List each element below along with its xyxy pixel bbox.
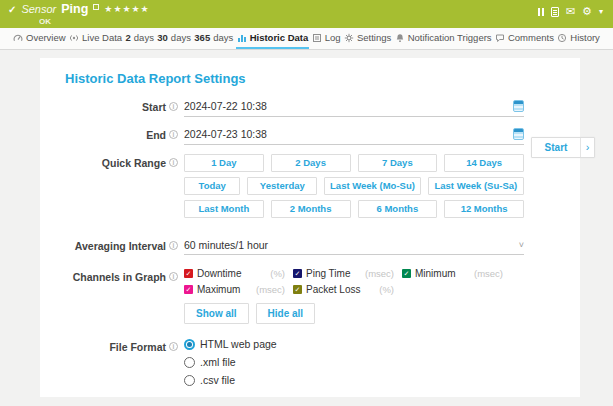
- tab-label: Notification Triggers: [408, 32, 492, 43]
- channel-minimum-checkbox[interactable]: ✓ Minimum (msec): [402, 268, 503, 279]
- caret-down-icon[interactable]: ▾: [599, 7, 603, 17]
- tab-historic-data[interactable]: Historic Data: [236, 28, 310, 49]
- tab-label: days: [213, 32, 233, 43]
- radio-unselected-icon: [184, 375, 195, 386]
- sensor-title: ✓ Sensor Ping ★★★★★: [8, 3, 605, 16]
- channel-name: Minimum: [415, 268, 456, 279]
- radio-label: .csv file: [200, 374, 235, 386]
- gauge-icon: [13, 33, 23, 43]
- bell-icon: [395, 33, 405, 43]
- report-icon[interactable]: [551, 7, 559, 17]
- quick-range-2-days-button[interactable]: 2 Days: [271, 154, 351, 172]
- tab-history[interactable]: History: [556, 28, 601, 49]
- tab-label: Settings: [357, 32, 391, 43]
- end-row: Endi: [65, 126, 580, 145]
- channel-ping-time-checkbox[interactable]: ✓ Ping Time (msec): [293, 268, 394, 279]
- start-row: Starti: [65, 98, 580, 117]
- checkbox-checked-icon: ✓: [184, 285, 193, 294]
- quick-range-today-button[interactable]: Today: [184, 177, 240, 195]
- file-format-option-csv[interactable]: .csv file: [184, 374, 524, 386]
- tab-label: Overview: [26, 32, 66, 43]
- chevron-down-icon: ˅: [519, 240, 524, 250]
- tab-365-days[interactable]: 365 days: [193, 28, 234, 49]
- priority-stars[interactable]: ★★★★★: [104, 3, 149, 15]
- tab-label: Log: [325, 32, 341, 43]
- calendar-icon[interactable]: [513, 128, 524, 140]
- tab-label: Comments: [508, 32, 554, 43]
- gear-icon: [344, 33, 354, 43]
- radio-selected-icon: [184, 339, 195, 350]
- tab-label: days: [134, 32, 154, 43]
- pause-icon[interactable]: [538, 8, 544, 16]
- history-clock-icon: [557, 33, 567, 43]
- quick-range-1-day-button[interactable]: 1 Day: [184, 154, 264, 172]
- sensor-name: Ping: [61, 3, 88, 16]
- start-date-input[interactable]: [184, 98, 513, 114]
- quick-range-7-days-button[interactable]: 7 Days: [358, 154, 438, 172]
- quick-range-last-month-button[interactable]: Last Month: [184, 200, 264, 218]
- channel-unit: (%): [379, 284, 394, 295]
- tab-notification-triggers[interactable]: Notification Triggers: [394, 28, 493, 49]
- sensor-header: ✓ Sensor Ping ★★★★★ OK ✉ ⚙ ▾: [0, 0, 613, 28]
- quick-range-14-days-button[interactable]: 14 Days: [444, 154, 524, 172]
- tab-log[interactable]: Log: [311, 28, 342, 49]
- sensor-state-icon: [93, 4, 99, 10]
- info-icon[interactable]: i: [169, 272, 178, 281]
- show-all-button[interactable]: Show all: [184, 303, 249, 324]
- averaging-interval-select[interactable]: 60 minutes/1 hour ˅: [184, 237, 524, 255]
- info-icon[interactable]: i: [169, 241, 178, 250]
- quick-range-last-week-mo-su-button[interactable]: Last Week (Mo-Su): [324, 177, 420, 195]
- email-icon[interactable]: ✉: [566, 6, 575, 17]
- quick-range-2-months-button[interactable]: 2 Months: [271, 200, 351, 218]
- file-format-option-html[interactable]: HTML web page: [184, 338, 524, 350]
- quick-range-label: Quick Rangei: [65, 154, 178, 169]
- channel-name: Downtime: [197, 268, 241, 279]
- start-report-button[interactable]: Start ›: [531, 137, 595, 158]
- tab-overview[interactable]: Overview: [12, 28, 67, 49]
- section-title-report-settings: Historic Data Report Settings: [65, 71, 580, 86]
- tab-number: 30: [157, 32, 168, 43]
- tab-label: days: [171, 32, 191, 43]
- quick-range-yesterday-button[interactable]: Yesterday: [247, 177, 317, 195]
- averaging-interval-label: Averaging Intervali: [65, 237, 178, 252]
- channel-unit: (%): [270, 268, 285, 279]
- tab-label: History: [570, 32, 600, 43]
- log-list-icon: [312, 33, 322, 43]
- info-icon[interactable]: i: [169, 158, 178, 167]
- channel-unit: (msec): [474, 268, 503, 279]
- sensor-kind-label: Sensor: [21, 3, 56, 16]
- quick-range-12-months-button[interactable]: 12 Months: [444, 200, 524, 218]
- bar-chart-icon: [237, 33, 247, 43]
- channel-unit: (msec): [365, 268, 394, 279]
- checkbox-checked-icon: ✓: [184, 269, 193, 278]
- channel-downtime-checkbox[interactable]: ✓ Downtime (%): [184, 268, 285, 279]
- comment-bubble-icon: [495, 33, 505, 43]
- tab-settings[interactable]: Settings: [343, 28, 392, 49]
- file-format-label: File Formati: [65, 338, 178, 353]
- info-icon[interactable]: i: [169, 130, 178, 139]
- channel-name: Packet Loss: [306, 284, 360, 295]
- status-badge: OK: [39, 17, 605, 26]
- header-actions: ✉ ⚙ ▾: [538, 6, 603, 17]
- checkbox-checked-icon: ✓: [293, 285, 302, 294]
- end-date-input[interactable]: [184, 126, 513, 142]
- tab-comments[interactable]: Comments: [494, 28, 555, 49]
- channel-maximum-checkbox[interactable]: ✓ Maximum (msec): [184, 284, 285, 295]
- info-icon[interactable]: i: [169, 102, 178, 111]
- info-icon[interactable]: i: [169, 342, 178, 351]
- end-label: Endi: [65, 126, 178, 141]
- hide-all-button[interactable]: Hide all: [256, 303, 316, 324]
- calendar-icon[interactable]: [513, 100, 524, 112]
- file-format-option-xml[interactable]: .xml file: [184, 356, 524, 368]
- quick-range-last-week-su-sa-button[interactable]: Last Week (Su-Sa): [428, 177, 524, 195]
- tab-30-days[interactable]: 30 days: [156, 28, 192, 49]
- quick-range-6-months-button[interactable]: 6 Months: [358, 200, 438, 218]
- averaging-interval-value: 60 minutes/1 hour: [184, 239, 268, 251]
- gear-icon[interactable]: ⚙: [582, 6, 592, 17]
- tab-live-data[interactable]: Live Data: [68, 28, 123, 49]
- channel-packet-loss-checkbox[interactable]: ✓ Packet Loss (%): [293, 284, 394, 295]
- channels-in-graph-row: Channels in Graphi ✓ Downtime (%) ✓ Ping…: [65, 268, 580, 324]
- tab-2-days[interactable]: 2 days: [125, 28, 155, 49]
- start-label: Starti: [65, 98, 178, 113]
- start-report-button-label: Start: [532, 138, 580, 157]
